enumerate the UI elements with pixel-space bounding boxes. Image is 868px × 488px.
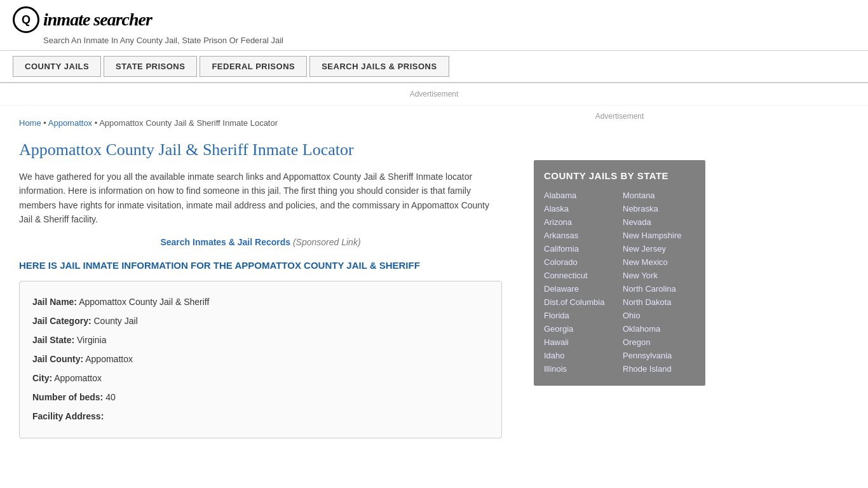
states-right-column: MontanaNebraskaNevadaNew HampshireNew Je… [623, 189, 695, 376]
state-link[interactable]: North Carolina [623, 282, 695, 295]
state-link[interactable]: Idaho [544, 349, 616, 362]
main-layout: Home • Appomattox • Appomattox County Ja… [0, 105, 868, 451]
breadcrumb-parent[interactable]: Appomattox [48, 118, 92, 128]
jail-address-row: Facility Address: [32, 407, 489, 425]
state-link[interactable]: New Jersey [623, 242, 695, 255]
sidebar-ad: Advertisement [534, 112, 705, 150]
jail-name-label: Jail Name: [32, 297, 77, 307]
jail-name-row: Jail Name: Appomattox County Jail & Sher… [32, 293, 489, 311]
nav-search-jails[interactable]: SEARCH JAILS & PRISONS [309, 56, 449, 77]
state-link[interactable]: Georgia [544, 322, 616, 336]
jail-county-row: Jail County: Appomattox [32, 350, 489, 368]
sidebar: Advertisement COUNTY JAILS BY STATE Alab… [521, 105, 718, 451]
nav-county-jails[interactable]: COUNTY JAILS [13, 56, 101, 77]
ad-bar: Advertisement [0, 83, 868, 105]
breadcrumb-sep2: • [92, 118, 99, 128]
state-columns: AlabamaAlaskaArizonaArkansasCaliforniaCo… [544, 189, 695, 376]
jail-beds-value: 40 [105, 392, 116, 402]
state-link[interactable]: Nevada [623, 215, 695, 229]
nav-state-prisons[interactable]: STATE PRISONS [104, 56, 197, 77]
description-text: We have gathered for you all the availab… [19, 170, 502, 227]
state-link[interactable]: New Mexico [623, 255, 695, 269]
search-link-area: Search Inmates & Jail Records (Sponsored… [19, 237, 502, 247]
nav-bar: COUNTY JAILS STATE PRISONS FEDERAL PRISO… [0, 51, 868, 83]
jail-info-heading: HERE IS JAIL INMATE INFORMATION FOR THE … [19, 260, 502, 271]
jail-county-label: Jail County: [32, 354, 83, 364]
jail-category-value: County Jail [93, 316, 137, 326]
state-link[interactable]: Arizona [544, 215, 616, 229]
breadcrumb: Home • Appomattox • Appomattox County Ja… [19, 118, 502, 128]
state-box: COUNTY JAILS BY STATE AlabamaAlaskaArizo… [534, 160, 705, 386]
jail-address-label: Facility Address: [32, 411, 104, 421]
jail-state-row: Jail State: Virginia [32, 331, 489, 349]
sponsored-label: (Sponsored Link) [293, 237, 361, 247]
jail-name-value: Appomattox County Jail & Sheriff [79, 297, 209, 307]
state-link[interactable]: Connecticut [544, 269, 616, 282]
jail-city-row: City: Appomattox [32, 369, 489, 387]
state-link[interactable]: New Hampshire [623, 229, 695, 242]
state-link[interactable]: Montana [623, 189, 695, 202]
state-link[interactable]: Illinois [544, 362, 616, 376]
logo-icon: Q [13, 6, 39, 33]
state-link[interactable]: Ohio [623, 309, 695, 322]
breadcrumb-current: Appomattox County Jail & Sheriff Inmate … [99, 118, 278, 128]
state-link[interactable]: Oklahoma [623, 322, 695, 336]
jail-beds-row: Number of beds: 40 [32, 388, 489, 406]
state-link[interactable]: Dist.of Columbia [544, 295, 616, 309]
jail-beds-label: Number of beds: [32, 392, 103, 402]
state-link[interactable]: Colorado [544, 255, 616, 269]
jail-state-label: Jail State: [32, 335, 74, 345]
search-inmates-link[interactable]: Search Inmates & Jail Records [160, 237, 290, 247]
page-title: Appomattox County Jail & Sheriff Inmate … [19, 140, 502, 159]
tagline: Search An Inmate In Any County Jail, Sta… [43, 36, 855, 45]
state-link[interactable]: Alaska [544, 202, 616, 215]
header: Q inmate searcher Search An Inmate In An… [0, 0, 868, 51]
info-box: Jail Name: Appomattox County Jail & Sher… [19, 281, 502, 438]
state-box-title: COUNTY JAILS BY STATE [544, 170, 695, 181]
state-link[interactable]: Oregon [623, 336, 695, 349]
state-link[interactable]: Alabama [544, 189, 616, 202]
state-link[interactable]: California [544, 242, 616, 255]
state-link[interactable]: New York [623, 269, 695, 282]
breadcrumb-sep1: • [41, 118, 48, 128]
logo-text: inmate searcher [43, 10, 152, 30]
state-link[interactable]: Pennsylvania [623, 349, 695, 362]
state-link[interactable]: Hawaii [544, 336, 616, 349]
jail-state-value: Virginia [77, 335, 106, 345]
state-link[interactable]: Rhode Island [623, 362, 695, 376]
logo-area: Q inmate searcher [13, 6, 855, 33]
state-link[interactable]: Nebraska [623, 202, 695, 215]
jail-category-row: Jail Category: County Jail [32, 312, 489, 330]
jail-category-label: Jail Category: [32, 316, 92, 326]
state-link[interactable]: Arkansas [544, 229, 616, 242]
jail-city-value: Appomattox [54, 373, 102, 383]
jail-county-value: Appomattox [85, 354, 133, 364]
jail-city-label: City: [32, 373, 52, 383]
main-content: Home • Appomattox • Appomattox County Ja… [0, 105, 521, 451]
state-link[interactable]: North Dakota [623, 295, 695, 309]
breadcrumb-home[interactable]: Home [19, 118, 41, 128]
state-link[interactable]: Delaware [544, 282, 616, 295]
states-left-column: AlabamaAlaskaArizonaArkansasCaliforniaCo… [544, 189, 616, 376]
state-link[interactable]: Florida [544, 309, 616, 322]
nav-federal-prisons[interactable]: FEDERAL PRISONS [200, 56, 307, 77]
